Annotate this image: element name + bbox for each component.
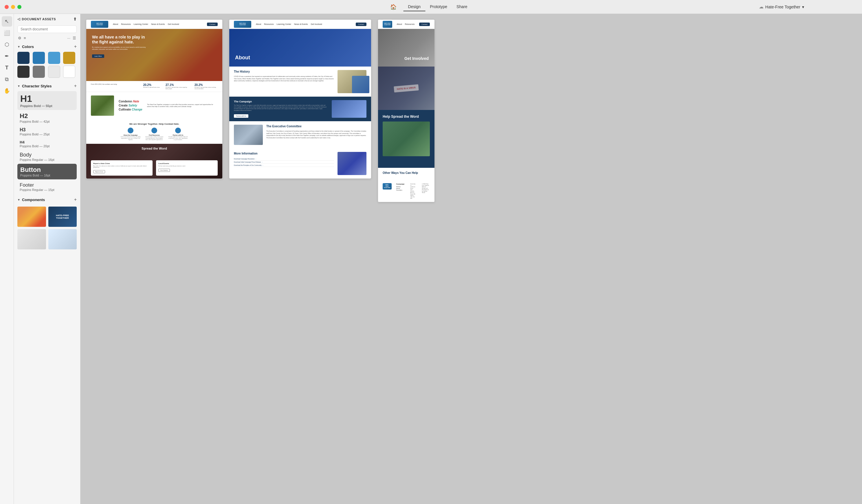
nav3-resources[interactable]: Resources bbox=[405, 23, 415, 25]
h2-sub: Poppins Bold — 42pt bbox=[20, 120, 74, 123]
link-item-3[interactable]: Download the Principles of Our Community… bbox=[234, 164, 334, 167]
canvas-area[interactable]: HATE-FREE TOGETHER About Resources Learn… bbox=[80, 14, 862, 504]
color-swatches bbox=[14, 51, 80, 81]
nav-news[interactable]: News & Events bbox=[151, 23, 165, 25]
preview-homepage: HATE-FREE TOGETHER About Resources Learn… bbox=[86, 20, 222, 178]
sort-icon[interactable]: ≡ bbox=[23, 35, 27, 41]
spread-card-btn-2[interactable]: View Calendar bbox=[158, 169, 170, 172]
nav2-news[interactable]: News & Events bbox=[294, 23, 308, 25]
stronger-section: We are Stronger Together. Help Combat Ha… bbox=[86, 119, 222, 144]
swatch-medium-gray[interactable] bbox=[33, 66, 45, 78]
colors-section-header[interactable]: ▼ Colors + bbox=[14, 42, 80, 51]
char-style-body[interactable]: Body Poppins Regular — 16pt bbox=[17, 150, 77, 163]
hero-btn-1[interactable]: Learn More bbox=[92, 54, 104, 58]
swatch-dark-gray[interactable] bbox=[17, 66, 29, 78]
shape-tool[interactable]: ⬡ bbox=[2, 39, 12, 50]
char-style-button[interactable]: Button Poppins Bold — 16pt bbox=[17, 164, 77, 180]
chevron-down-icon[interactable]: ▾ bbox=[802, 5, 804, 9]
nav-about[interactable]: About bbox=[113, 23, 118, 25]
exec-img bbox=[234, 125, 263, 145]
exec-text: The Executive Committee is comprised of … bbox=[266, 130, 366, 139]
history-text: COVID-19 was a pandemic that required an… bbox=[234, 76, 334, 82]
component-thumb-4[interactable] bbox=[48, 229, 77, 249]
get-involved-title: Get Involved bbox=[404, 56, 429, 61]
components-tool[interactable]: ⧉ bbox=[2, 74, 12, 84]
titlebar-nav: 🏠 Design Prototype Share bbox=[390, 3, 472, 11]
swatch-gold[interactable] bbox=[63, 52, 75, 64]
tab-share[interactable]: Share bbox=[452, 3, 472, 11]
spread-card-2: Local Events Find an event near you that… bbox=[156, 160, 218, 176]
condemn-line2: Create Safety bbox=[119, 104, 142, 108]
spread-card-btn-1[interactable]: Report a Crime bbox=[93, 170, 105, 173]
nav-get-involved[interactable]: Get Involved bbox=[168, 23, 179, 25]
nav2-learning[interactable]: Learning Center bbox=[277, 23, 291, 25]
char-style-h4[interactable]: H4 Poppins Bold — 20pt bbox=[17, 138, 77, 149]
get-involved-preview: HATE-FREE TOGETHER About Resources Conta… bbox=[378, 20, 434, 202]
history-img bbox=[338, 70, 366, 93]
spread-image bbox=[383, 121, 430, 156]
nav-learning[interactable]: Learning Center bbox=[134, 23, 148, 25]
h3-label: H3 bbox=[20, 127, 74, 133]
tab-prototype[interactable]: Prototype bbox=[425, 3, 452, 11]
swatch-medium-blue[interactable] bbox=[33, 52, 45, 64]
stronger-item-2: Find Resources Look through a variety of… bbox=[144, 128, 165, 140]
home-icon[interactable]: 🏠 bbox=[390, 4, 396, 10]
condemn-img bbox=[91, 95, 114, 116]
nav2-resources[interactable]: Resources bbox=[264, 23, 274, 25]
component-thumb-3[interactable] bbox=[17, 229, 46, 249]
nav-cta-2[interactable]: Contact bbox=[356, 23, 366, 26]
campaign-text-body: The 'Hate-Free Together' campaign is a j… bbox=[234, 104, 328, 111]
cloud-icon: ☁ bbox=[759, 4, 763, 10]
add-color-button[interactable]: + bbox=[74, 44, 77, 49]
swatch-white[interactable] bbox=[63, 66, 75, 78]
nav-cta-1[interactable]: Contact bbox=[207, 23, 218, 26]
nav-resources[interactable]: Resources bbox=[121, 23, 131, 25]
close-button[interactable] bbox=[5, 5, 9, 9]
back-icon[interactable]: ◁ bbox=[17, 17, 20, 21]
swatch-dark-blue[interactable] bbox=[17, 52, 29, 64]
pen-tool[interactable]: ✒ bbox=[2, 51, 12, 61]
char-style-h1[interactable]: H1 Poppins Bold — 55pt bbox=[17, 91, 77, 110]
campaign-btn[interactable]: Partner with Us bbox=[234, 114, 248, 118]
cursor-tool[interactable]: ↖ bbox=[2, 16, 12, 27]
char-style-footer[interactable]: Footer Poppins Regular — 15pt bbox=[17, 181, 77, 193]
footer-links-3: Campaign History About Founders Universi… bbox=[396, 183, 430, 199]
h4-label: H4 bbox=[20, 140, 74, 144]
add-char-style-button[interactable]: + bbox=[74, 84, 77, 88]
text-tool[interactable]: T bbox=[2, 63, 12, 73]
swatch-light-blue[interactable] bbox=[48, 52, 60, 64]
nav2-get-involved[interactable]: Get Involved bbox=[311, 23, 322, 25]
stronger-title: We are Stronger Together. Help Combat Ha… bbox=[91, 123, 218, 125]
maximize-button[interactable] bbox=[17, 5, 22, 9]
tab-design[interactable]: Design bbox=[404, 3, 426, 11]
add-component-button[interactable]: + bbox=[74, 197, 77, 202]
preview-logo-2: HATE-FREE TOGETHER bbox=[234, 21, 251, 28]
preview-nav-links-3: About Resources bbox=[397, 23, 415, 25]
exec-text-block: The Executive Committee The Executive Co… bbox=[266, 125, 366, 145]
link-item-2[interactable]: Download Initial Campaign Press Release … bbox=[234, 161, 334, 164]
resources-icon bbox=[152, 128, 157, 133]
preview-nav-links-1: About Resources Learning Center News & E… bbox=[113, 23, 179, 25]
char-style-h2[interactable]: H2 Poppins Bold — 42pt bbox=[17, 110, 77, 125]
frame-tool[interactable]: ⬜ bbox=[2, 28, 12, 38]
swatch-light-gray[interactable] bbox=[48, 66, 60, 78]
char-style-h3[interactable]: H3 Poppins Bold — 25pt bbox=[17, 125, 77, 138]
component-thumb-1[interactable] bbox=[17, 207, 46, 227]
component-thumb-2[interactable]: HATE-FREE TOGETHER bbox=[48, 207, 77, 227]
filter-icon[interactable]: ⚙ bbox=[17, 35, 22, 41]
search-input[interactable] bbox=[17, 25, 77, 33]
character-styles-section-header[interactable]: ▼ Character Styles + bbox=[14, 81, 80, 90]
nav2-about[interactable]: About bbox=[256, 23, 261, 25]
search-container bbox=[14, 24, 80, 34]
minimize-button[interactable] bbox=[11, 5, 15, 9]
export-icon[interactable]: ⬆ bbox=[73, 17, 77, 22]
link-item-1[interactable]: Download Campaign Resolution → bbox=[234, 157, 334, 161]
nav-cta-3[interactable]: Contact bbox=[419, 23, 430, 26]
spread-section-title: Help Spread the Word bbox=[383, 115, 430, 119]
nav3-about[interactable]: About bbox=[397, 23, 402, 25]
components-section-header[interactable]: ▼ Components + bbox=[14, 195, 80, 204]
campaign-title: The Campaign bbox=[234, 100, 328, 103]
more-options-icon[interactable]: ··· bbox=[67, 35, 71, 41]
list-view-icon[interactable]: ☰ bbox=[72, 35, 77, 41]
hand-tool[interactable]: ✋ bbox=[2, 85, 12, 96]
